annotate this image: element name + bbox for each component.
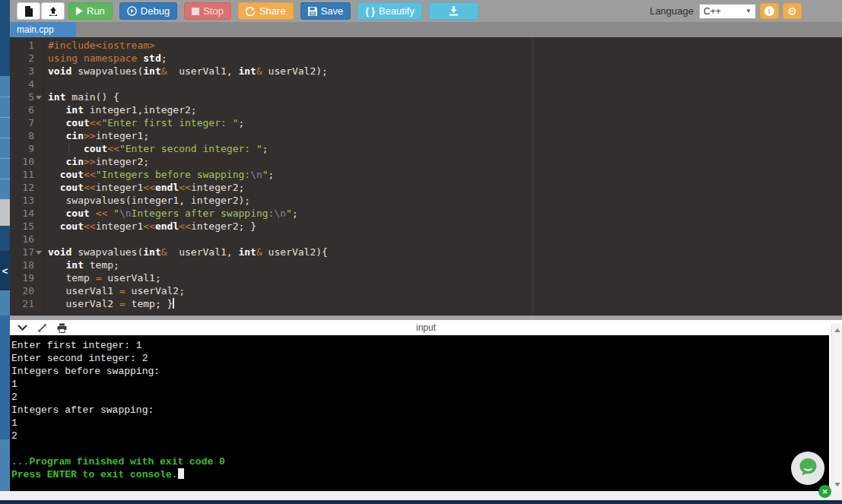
line-number[interactable]: 13 [10, 194, 44, 207]
line-number[interactable]: 15 [10, 220, 44, 233]
chat-bubble-icon [798, 457, 818, 480]
line-number[interactable]: 17 [10, 246, 44, 258]
info-button[interactable]: i [760, 3, 779, 19]
language-select[interactable]: C++ ▼ [699, 4, 756, 19]
console-output-line: 1 [11, 378, 829, 391]
expand-icon[interactable] [37, 323, 47, 333]
share-button-label: Share [259, 5, 286, 17]
code-line[interactable]: 19 temp = userVal1; [10, 271, 842, 284]
chat-widget-button[interactable] [791, 452, 825, 485]
play-icon [76, 7, 83, 15]
print-icon[interactable] [57, 323, 67, 333]
code-line[interactable]: 4 [10, 78, 842, 90]
code-editor[interactable]: 1#include<iostream>2using namespace std;… [10, 37, 842, 315]
line-number[interactable]: 6 [10, 103, 44, 116]
code-line[interactable]: 15 cout<<integer1<<endl<<integer2; } [10, 220, 842, 233]
console-output-line: Integers after swapping: [11, 404, 829, 417]
code-line[interactable]: 21 userVal2 = temp; } [10, 297, 842, 310]
open-file-button[interactable] [41, 2, 65, 20]
line-number[interactable]: 21 [10, 297, 44, 310]
scroll-up-icon[interactable] [834, 328, 840, 332]
sidebar-collapse-handle[interactable]: < [0, 251, 10, 290]
code-line[interactable]: 17void swapvalues(int& userVal1, int& us… [10, 246, 842, 258]
debug-button[interactable]: Debug [119, 2, 177, 20]
gear-icon: ⚙ [787, 6, 797, 17]
console-output[interactable]: Enter first integer: 1Enter second integ… [10, 335, 829, 491]
console-output-line: 1 [11, 417, 829, 430]
code-line[interactable]: 9 cout<<"Enter second integer: "; [10, 142, 842, 155]
beautify-button-label: Beautify [379, 5, 415, 17]
line-number[interactable]: 7 [10, 116, 44, 129]
line-number[interactable]: 1 [10, 39, 44, 52]
footer-bar [0, 500, 842, 504]
braces-icon: { } [365, 6, 375, 17]
left-rail-item[interactable] [0, 76, 10, 97]
fold-toggle-icon[interactable] [36, 96, 42, 100]
console-header: input [10, 320, 842, 335]
line-number[interactable]: 9 [10, 142, 44, 155]
code-line[interactable]: 10 cin>>integer2; [10, 155, 842, 168]
stop-button[interactable]: Stop [184, 2, 231, 20]
code-line-text: userVal1 = userVal2; [48, 284, 185, 297]
new-file-button[interactable] [17, 2, 40, 20]
left-rail-item[interactable] [0, 179, 10, 199]
console-output-line: Enter first integer: 1 [11, 339, 829, 352]
code-line[interactable]: 5int main() { [10, 90, 842, 103]
settings-button[interactable]: ⚙ [783, 3, 802, 19]
line-number[interactable]: 18 [10, 258, 44, 271]
toolbar: Run Debug Stop Share [10, 0, 842, 22]
line-number[interactable]: 16 [10, 233, 44, 246]
save-floppy-icon [308, 7, 317, 16]
run-button[interactable]: Run [68, 2, 113, 20]
line-number[interactable]: 4 [10, 78, 44, 90]
left-rail-segment [0, 290, 10, 315]
left-rail-item[interactable] [0, 138, 10, 158]
code-line[interactable]: 14 cout << "\nIntegers after swapping:\n… [10, 207, 842, 220]
code-line[interactable]: 8 cin>>integer1; [10, 129, 842, 142]
share-icon [246, 7, 256, 16]
fold-toggle-icon[interactable] [36, 251, 42, 255]
left-rail-item[interactable] [0, 158, 10, 179]
code-line[interactable]: 13 swapvalues(integer1, integer2); [10, 194, 842, 207]
line-number[interactable]: 5 [10, 90, 44, 103]
line-number[interactable]: 8 [10, 129, 44, 142]
code-line-text: int main() { [48, 90, 119, 103]
chat-close-button[interactable]: ✕ [818, 485, 831, 498]
beautify-button[interactable]: { } Beautify [357, 2, 422, 20]
code-line[interactable]: 7 cout<<"Enter first integer: "; [10, 116, 842, 129]
download-button[interactable] [429, 2, 478, 20]
code-line[interactable]: 1#include<iostream> [10, 39, 842, 52]
line-number[interactable]: 2 [10, 52, 44, 65]
left-rail-item[interactable] [0, 97, 10, 117]
code-line-text: void swapvalues(int& userVal1, int& user… [48, 65, 328, 78]
tab-bar: main.cpp [10, 22, 842, 37]
left-rail-item[interactable] [0, 117, 10, 138]
code-line[interactable]: 11 cout<<"Integers before swapping:\n"; [10, 168, 842, 181]
line-number[interactable]: 10 [10, 155, 44, 168]
code-line[interactable]: 18 int temp; [10, 258, 842, 271]
share-button[interactable]: Share [238, 2, 294, 20]
chevron-down-icon[interactable] [17, 325, 27, 331]
line-number[interactable]: 14 [10, 207, 44, 220]
line-number[interactable]: 3 [10, 65, 44, 78]
line-number[interactable]: 12 [10, 181, 44, 194]
console-input-label: input [10, 322, 842, 333]
code-line-text: cout<<integer1<<endl<<integer2; } [48, 220, 256, 233]
console-scrollbar[interactable] [831, 324, 842, 491]
scroll-down-icon[interactable] [834, 483, 840, 487]
code-line[interactable]: 16 [10, 233, 842, 246]
code-line[interactable]: 2using namespace std; [10, 52, 842, 65]
save-button[interactable]: Save [300, 2, 351, 20]
console-output-line: 2 [11, 430, 829, 442]
code-line[interactable]: 12 cout<<integer1<<endl<<integer2; [10, 181, 842, 194]
left-rail-segment [0, 439, 10, 493]
code-line[interactable]: 6 int integer1,integer2; [10, 103, 842, 116]
line-number[interactable]: 20 [10, 284, 44, 297]
tab-main-cpp[interactable]: main.cpp [11, 22, 76, 37]
language-label: Language [650, 5, 694, 17]
line-number[interactable]: 11 [10, 168, 44, 181]
line-number[interactable]: 19 [10, 271, 44, 284]
code-line[interactable]: 3void swapvalues(int& userVal1, int& use… [10, 65, 842, 78]
left-rail-segment [0, 199, 10, 226]
code-line[interactable]: 20 userVal1 = userVal2; [10, 284, 842, 297]
